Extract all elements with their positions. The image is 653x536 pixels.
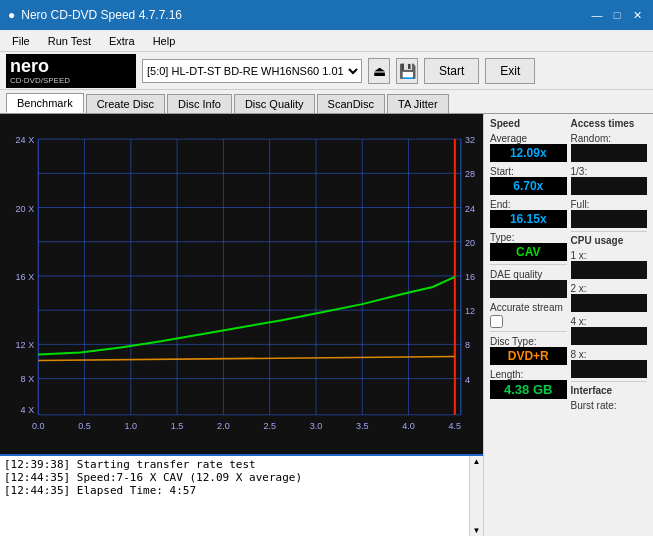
svg-text:4 X: 4 X (21, 405, 35, 415)
svg-text:3.5: 3.5 (356, 421, 369, 431)
burst-rate-label: Burst rate: (571, 400, 648, 411)
full-value (571, 210, 648, 228)
eject-button[interactable]: ⏏ (368, 58, 390, 84)
one-third-value (571, 177, 648, 195)
minimize-button[interactable]: — (589, 7, 605, 23)
menu-file[interactable]: File (4, 33, 38, 49)
random-label: Random: (571, 133, 648, 144)
log-line-1: [12:39:38] Starting transfer rate test (4, 458, 479, 471)
tab-bar: Benchmark Create Disc Disc Info Disc Qua… (0, 90, 653, 114)
accurate-stream-row (490, 315, 567, 328)
panel-columns: Speed Average 12.09x Start: 6.70x End: 1… (490, 118, 647, 411)
svg-text:4.5: 4.5 (449, 421, 462, 431)
speed-column: Speed Average 12.09x Start: 6.70x End: 1… (490, 118, 567, 411)
random-value (571, 144, 648, 162)
svg-text:2.0: 2.0 (217, 421, 230, 431)
tab-disc-quality[interactable]: Disc Quality (234, 94, 315, 113)
app-title: Nero CD-DVD Speed 4.7.7.16 (21, 8, 182, 22)
x2-value (571, 294, 648, 312)
cpu-usage-header: CPU usage (571, 235, 648, 246)
svg-text:2.5: 2.5 (263, 421, 276, 431)
svg-text:12 X: 12 X (16, 340, 35, 350)
x4-label: 4 x: (571, 316, 648, 327)
type-value: CAV (490, 243, 567, 261)
svg-text:16: 16 (465, 272, 475, 282)
svg-text:16 X: 16 X (16, 272, 35, 282)
access-times-header: Access times (571, 118, 648, 129)
accurate-label: Accurate stream (490, 302, 567, 313)
title-bar-left: ● Nero CD-DVD Speed 4.7.7.16 (8, 8, 182, 22)
start-button[interactable]: Start (424, 58, 479, 84)
menu-help[interactable]: Help (145, 33, 184, 49)
svg-text:4: 4 (465, 375, 470, 385)
svg-text:4.0: 4.0 (402, 421, 415, 431)
svg-text:3.0: 3.0 (310, 421, 323, 431)
nero-logo: nero CD·DVD/SPEED (6, 54, 136, 88)
exit-button[interactable]: Exit (485, 58, 535, 84)
menu-extra[interactable]: Extra (101, 33, 143, 49)
toolbar: nero CD·DVD/SPEED [5:0] HL-DT-ST BD-RE W… (0, 52, 653, 90)
svg-text:24 X: 24 X (16, 135, 35, 145)
disc-type-value: DVD+R (490, 347, 567, 365)
log-scrollbar[interactable]: ▲ ▼ (469, 456, 483, 536)
dae-label: DAE quality (490, 269, 567, 280)
tab-ta-jitter[interactable]: TA Jitter (387, 94, 449, 113)
svg-text:0.0: 0.0 (32, 421, 45, 431)
log-content: [12:39:38] Starting transfer rate test [… (0, 456, 483, 536)
app-icon: ● (8, 8, 15, 22)
svg-text:20 X: 20 X (16, 204, 35, 214)
log-line-3: [12:44:35] Elapsed Time: 4:57 (4, 484, 479, 497)
svg-text:1.0: 1.0 (125, 421, 138, 431)
svg-text:12: 12 (465, 306, 475, 316)
close-button[interactable]: ✕ (629, 7, 645, 23)
disc-length-value: 4.38 GB (490, 380, 567, 399)
log-line-2: [12:44:35] Speed:7-16 X CAV (12.09 X ave… (4, 471, 479, 484)
save-button[interactable]: 💾 (396, 58, 418, 84)
drive-selector[interactable]: [5:0] HL-DT-ST BD-RE WH16NS60 1.01 (142, 59, 362, 83)
chart-canvas: 24 X 20 X 16 X 12 X 8 X 4 X 32 28 24 20 … (0, 114, 483, 454)
maximize-button[interactable]: □ (609, 7, 625, 23)
x1-label: 1 x: (571, 250, 648, 261)
menu-run-test[interactable]: Run Test (40, 33, 99, 49)
menu-bar: File Run Test Extra Help (0, 30, 653, 52)
tab-scandisc[interactable]: ScanDisc (317, 94, 385, 113)
x8-value (571, 360, 648, 378)
chart-area: 24 X 20 X 16 X 12 X 8 X 4 X 32 28 24 20 … (0, 114, 483, 536)
nero-logo-text: nero (10, 57, 70, 75)
right-panel: Speed Average 12.09x Start: 6.70x End: 1… (483, 114, 653, 536)
average-label: Average (490, 133, 567, 144)
svg-rect-1 (38, 139, 461, 415)
full-label: Full: (571, 199, 648, 210)
start-label: Start: (490, 166, 567, 177)
title-bar-controls: — □ ✕ (589, 7, 645, 23)
svg-text:8: 8 (465, 340, 470, 350)
x2-label: 2 x: (571, 283, 648, 294)
svg-text:8 X: 8 X (21, 374, 35, 384)
nero-sub-text: CD·DVD/SPEED (10, 76, 70, 85)
svg-text:0.5: 0.5 (78, 421, 91, 431)
x8-label: 8 x: (571, 349, 648, 360)
title-bar: ● Nero CD-DVD Speed 4.7.7.16 — □ ✕ (0, 0, 653, 30)
access-times-column: Access times Random: 1/3: Full: CPU usag… (571, 118, 648, 411)
tab-disc-info[interactable]: Disc Info (167, 94, 232, 113)
svg-text:1.5: 1.5 (171, 421, 184, 431)
log-area: [12:39:38] Starting transfer rate test [… (0, 454, 483, 536)
average-value: 12.09x (490, 144, 567, 162)
start-value: 6.70x (490, 177, 567, 195)
end-value: 16.15x (490, 210, 567, 228)
disc-length-label: Length: (490, 369, 567, 380)
disc-type-label: Disc Type: (490, 336, 567, 347)
svg-text:20: 20 (465, 238, 475, 248)
x4-value (571, 327, 648, 345)
dae-value (490, 280, 567, 298)
svg-text:32: 32 (465, 135, 475, 145)
one-third-label: 1/3: (571, 166, 648, 177)
main-content: 24 X 20 X 16 X 12 X 8 X 4 X 32 28 24 20 … (0, 114, 653, 536)
tab-create-disc[interactable]: Create Disc (86, 94, 165, 113)
interface-header: Interface (571, 385, 648, 396)
svg-text:24: 24 (465, 204, 475, 214)
tab-benchmark[interactable]: Benchmark (6, 93, 84, 113)
speed-header: Speed (490, 118, 567, 129)
accurate-stream-checkbox[interactable] (490, 315, 503, 328)
type-label: Type: (490, 232, 567, 243)
